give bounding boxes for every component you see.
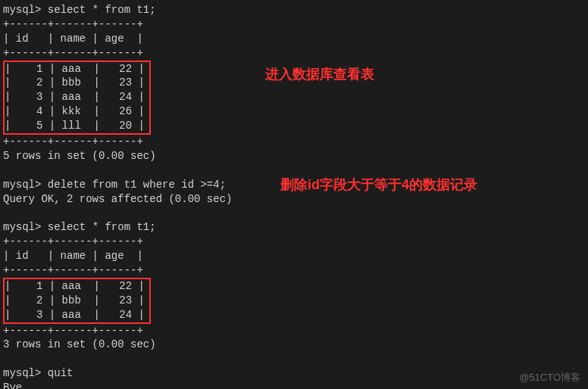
table-row: | 5 | lll | 20 | bbox=[5, 119, 145, 133]
table-header: | id | name | age | bbox=[3, 249, 585, 263]
table-header: | id | name | age | bbox=[3, 32, 585, 46]
table-border: +------+------+------+ bbox=[3, 263, 585, 278]
mysql-prompt: mysql> bbox=[3, 4, 41, 16]
result-footer: 5 rows in set (0.00 sec) bbox=[3, 149, 585, 163]
mysql-prompt: mysql> bbox=[3, 221, 41, 233]
mysql-prompt: mysql> bbox=[3, 179, 41, 191]
mysql-prompt: mysql> bbox=[3, 367, 41, 379]
table-row: | 4 | kkk | 26 | bbox=[5, 104, 145, 119]
query-result: Query OK, 2 rows affected (0.00 sec) bbox=[3, 192, 585, 207]
table-row: | 2 | bbb | 23 | bbox=[5, 76, 145, 90]
sql-query: select * from t1; bbox=[48, 221, 156, 233]
sql-query: select * from t1; bbox=[48, 4, 156, 16]
watermark: @51CTO博客 bbox=[519, 371, 580, 384]
blank-line bbox=[3, 206, 585, 220]
result-footer: 3 rows in set (0.00 sec) bbox=[3, 338, 585, 352]
command-line: mysql> select * from t1; bbox=[3, 220, 585, 235]
highlight-box: | 1 | aaa | 22 | | 2 | bbb | 23 | | 3 | … bbox=[3, 61, 151, 135]
sql-query: delete from t1 where id >=4; bbox=[48, 179, 226, 191]
command-line: mysql> select * from t1; bbox=[3, 3, 585, 17]
table-row: | 3 | aaa | 24 | bbox=[5, 90, 145, 104]
table-border: +------+------+------+ bbox=[3, 235, 585, 249]
blank-line bbox=[3, 352, 585, 366]
command-line: mysql> quit bbox=[3, 366, 585, 381]
table-border: +------+------+------+ bbox=[3, 135, 585, 149]
sql-command: quit bbox=[48, 367, 74, 379]
table-border: +------+------+------+ bbox=[3, 324, 585, 338]
highlight-box: | 1 | aaa | 22 | | 2 | bbb | 23 | | 3 | … bbox=[3, 278, 151, 324]
table-row: | 3 | aaa | 24 | bbox=[5, 308, 145, 322]
bye-message: Bye bbox=[3, 381, 585, 389]
table-border: +------+------+------+ bbox=[3, 46, 585, 61]
table-row: | 1 | aaa | 22 | bbox=[5, 279, 145, 294]
table-border: +------+------+------+ bbox=[3, 17, 585, 32]
table-row: | 1 | aaa | 22 | bbox=[5, 62, 145, 76]
annotation-text: 进入数据库查看表 bbox=[265, 65, 374, 83]
annotation-text: 删除id字段大于等于4的数据记录 bbox=[280, 176, 477, 194]
terminal-output: mysql> select * from t1; +------+------+… bbox=[3, 3, 585, 389]
table-row: | 2 | bbb | 23 | bbox=[5, 294, 145, 308]
